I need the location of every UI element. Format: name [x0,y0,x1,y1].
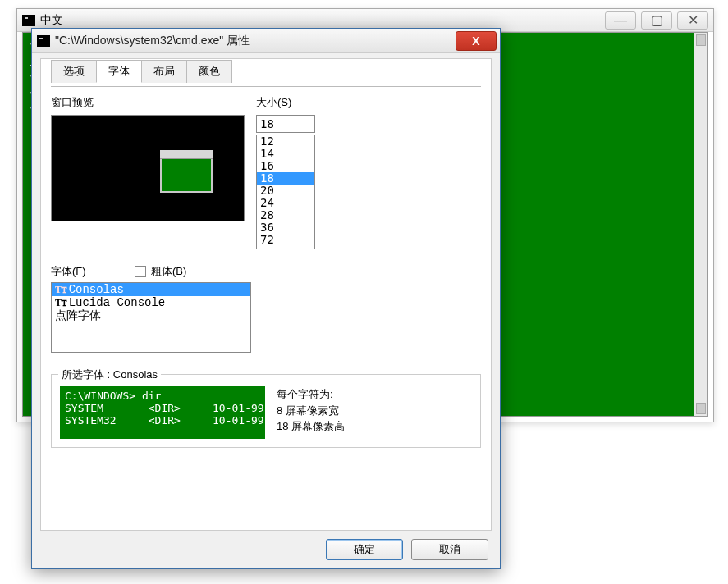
each-char-label: 每个字符为: [277,386,345,403]
size-listbox[interactable]: 121416182024283672 [256,135,315,249]
tab-font[interactable]: 字体 [96,60,142,83]
size-input[interactable] [256,115,315,133]
tab-colors[interactable]: 颜色 [186,60,232,83]
dlg-titlebar: "C:\Windows\system32\cmd.exe" 属性 X [32,29,500,53]
bold-label: 粗体(B) [151,264,186,279]
tab-options[interactable]: 选项 [51,60,97,83]
close-icon: X [472,34,479,48]
size-label: 大小(S) [256,95,481,110]
preview-mini-window [160,150,213,193]
close-button[interactable]: ✕ [677,11,708,30]
maximize-button[interactable]: ▢ [641,11,672,30]
dlg-close-button[interactable]: X [456,31,497,51]
properties-dialog: "C:\Windows\system32\cmd.exe" 属性 X 选项 字体… [31,28,501,569]
size-option[interactable]: 20 [257,185,314,197]
size-option[interactable]: 36 [257,221,314,234]
font-name: Consolas [69,283,124,296]
size-option[interactable]: 14 [257,148,314,160]
char-dimensions-text: 每个字符为: 8 屏幕像素宽 18 屏幕像素高 [277,386,345,435]
size-option[interactable]: 28 [257,209,314,221]
char-width-label: 8 屏幕像素宽 [277,403,345,419]
char-height-label: 18 屏幕像素高 [277,418,345,435]
font-option[interactable]: 点阵字体 [52,309,250,322]
truetype-icon: Tᴛ [55,283,67,296]
font-label: 字体(F) [51,264,130,279]
dlg-footer: 确定 取消 [326,539,488,560]
bg-scroll-up-button[interactable] [696,34,706,46]
ok-button[interactable]: 确定 [326,539,403,560]
cancel-button[interactable]: 取消 [411,539,488,560]
size-option[interactable]: 72 [257,234,314,246]
size-option[interactable]: 12 [257,135,314,148]
truetype-icon: Tᴛ [55,296,67,309]
dlg-title: "C:\Windows\system32\cmd.exe" 属性 [55,34,456,48]
tab-layout[interactable]: 布局 [141,60,187,83]
preview-label: 窗口预览 [51,95,256,110]
size-option[interactable]: 18 [257,172,314,185]
font-name: 点阵字体 [55,309,101,322]
bg-window-title: 中文 [40,13,605,28]
bg-scroll-down-button[interactable] [696,403,706,414]
selected-font-group: 所选字体 : Consolas C:\WINDOWS> dir SYSTEM <… [51,374,481,448]
font-name: Lucida Console [69,296,166,309]
maximize-icon: ▢ [651,12,663,28]
dlg-body: 选项 字体 布局 颜色 窗口预览 大小(S) 12141618202428367… [40,58,492,531]
font-listbox[interactable]: TᴛConsolasTᴛLucida Console点阵字体 [51,282,251,353]
cmd-icon [22,15,35,26]
bg-scrollbar[interactable] [694,33,707,416]
selected-font-label: 所选字体 : Consolas [58,367,161,382]
cmd-icon [37,35,50,47]
bold-checkbox[interactable] [135,266,146,277]
minimize-button[interactable]: — [605,11,636,30]
sample-console-output: C:\WINDOWS> dir SYSTEM <DIR> 10-01-99 SY… [60,386,265,439]
tab-strip: 选项 字体 布局 颜色 [51,59,481,82]
font-option[interactable]: TᴛLucida Console [52,296,250,309]
size-option[interactable]: 16 [257,160,314,172]
close-icon: ✕ [688,12,698,28]
size-option[interactable]: 24 [257,197,314,209]
font-option[interactable]: TᴛConsolas [52,283,250,296]
window-preview [51,115,245,221]
minimize-icon: — [614,13,627,28]
